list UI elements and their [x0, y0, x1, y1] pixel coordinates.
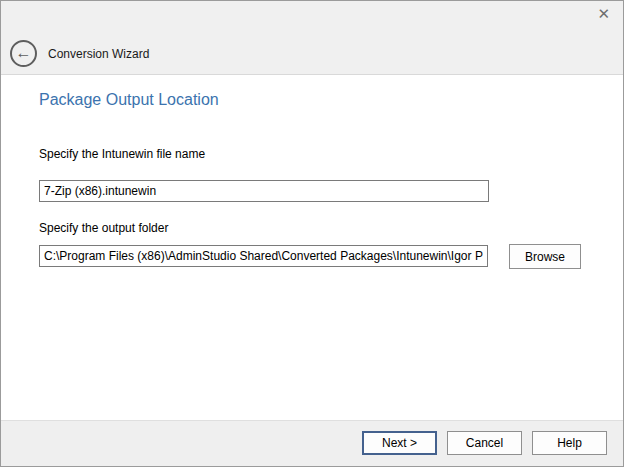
browse-button[interactable]: Browse [509, 244, 581, 269]
help-button[interactable]: Help [532, 431, 607, 455]
cancel-button[interactable]: Cancel [447, 431, 522, 455]
conversion-wizard-dialog: ← Conversion Wizard ✕ Package Output Loc… [0, 0, 624, 467]
output-folder-input[interactable] [39, 245, 488, 267]
back-arrow-icon: ← [16, 45, 32, 61]
wizard-title: Conversion Wizard [48, 47, 149, 61]
close-icon[interactable]: ✕ [597, 6, 610, 21]
output-folder-label: Specify the output folder [39, 221, 168, 235]
back-button[interactable]: ← [10, 40, 37, 67]
page-title: Package Output Location [39, 91, 219, 109]
wizard-header: ← Conversion Wizard ✕ [1, 1, 623, 75]
dialog-footer: Next > Cancel Help [1, 420, 623, 466]
next-button[interactable]: Next > [362, 431, 437, 455]
filename-label: Specify the Intunewin file name [39, 147, 205, 161]
filename-input[interactable] [39, 180, 489, 202]
